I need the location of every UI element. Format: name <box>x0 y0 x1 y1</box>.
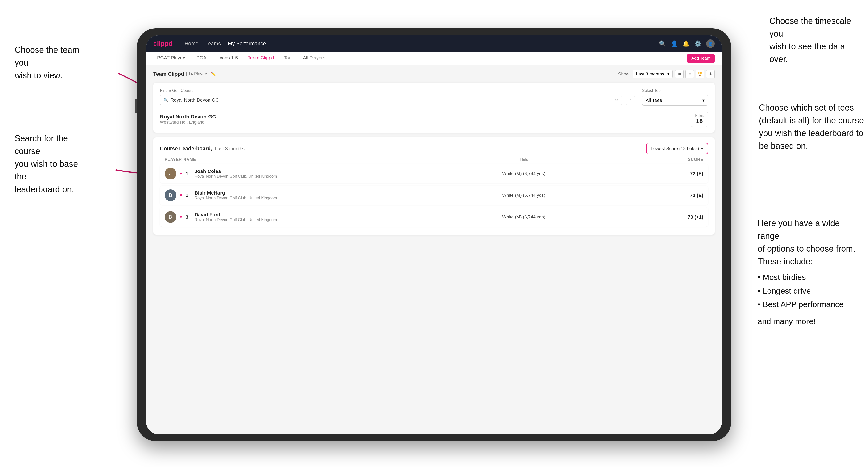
leaderboard-title: Course Leaderboard, Last 3 months <box>160 146 245 152</box>
select-tee-label: Select Tee <box>642 88 708 93</box>
course-search-card: Find a Golf Course 🔍 Royal North Devon G… <box>153 83 715 132</box>
player-tee: White (M) (6,744 yds) <box>434 214 614 220</box>
heart-icon[interactable]: ♥ <box>180 215 182 220</box>
annotation-search-course: Search for the course you wish to base t… <box>14 132 90 196</box>
course-result: Royal North Devon GC Westward Ho!, Engla… <box>160 107 708 127</box>
player-tee: White (M) (6,744 yds) <box>434 171 614 176</box>
trophy-view-button[interactable]: 🏆 <box>696 70 704 78</box>
course-info: Royal North Devon GC Westward Ho!, Engla… <box>160 114 216 125</box>
col-header-player: PLAYER NAME <box>165 157 434 162</box>
people-icon[interactable]: 👤 <box>671 40 678 47</box>
edit-team-icon[interactable]: ✏️ <box>211 71 216 76</box>
avatar: D <box>165 211 177 223</box>
player-info: B ♥ 1 Blair McHarg Royal North Devon Gol… <box>165 189 434 201</box>
rank-number: 1 <box>186 193 191 198</box>
table-row: B ♥ 1 Blair McHarg Royal North Devon Gol… <box>160 186 708 205</box>
search-icon[interactable]: 🔍 <box>659 40 666 47</box>
grid-view-button[interactable]: ⊞ <box>675 70 684 78</box>
annotation-choose-team: Choose the team you wish to view. <box>14 44 90 82</box>
player-info: J ♥ 1 Josh Coles Royal North Devon Golf … <box>165 168 434 180</box>
holes-box: Holes 18 <box>691 112 708 127</box>
col-header-tee: TEE <box>434 157 614 162</box>
team-title: Team Clippd <box>153 71 184 77</box>
star-icon: ☆ <box>628 98 632 102</box>
player-club: Royal North Devon Golf Club, United King… <box>195 217 277 222</box>
search-clear-icon[interactable]: ✕ <box>615 98 618 103</box>
player-name: Josh Coles <box>195 168 277 174</box>
tab-pgat-players[interactable]: PGAT Players <box>153 53 190 63</box>
tab-pga[interactable]: PGA <box>193 53 210 63</box>
player-score: 73 (+1) <box>614 214 703 220</box>
chevron-down-icon: ▾ <box>701 146 703 151</box>
holes-number: 18 <box>695 118 704 125</box>
annotation-tees: Choose which set of tees (default is all… <box>759 101 864 152</box>
leaderboard-card: Course Leaderboard, Last 3 months Lowest… <box>153 137 715 235</box>
tab-all-players[interactable]: All Players <box>299 53 329 63</box>
options-list: Most birdies Longest drive Best APP perf… <box>757 272 864 310</box>
nav-bar: clippd Home Teams My Performance 🔍 👤 🔔 ⚙… <box>146 35 722 52</box>
nav-link-my-performance[interactable]: My Performance <box>228 40 266 47</box>
tab-bar: PGAT Players PGA Hcaps 1-5 Team Clippd T… <box>146 52 722 65</box>
nav-link-teams[interactable]: Teams <box>206 40 221 47</box>
tablet-frame: clippd Home Teams My Performance 🔍 👤 🔔 ⚙… <box>137 28 731 441</box>
tablet-screen: clippd Home Teams My Performance 🔍 👤 🔔 ⚙… <box>146 35 722 434</box>
view-icons: ⊞ ≡ 🏆 ⬇ <box>675 70 715 78</box>
player-tee: White (M) (6,744 yds) <box>434 193 614 198</box>
table-row: J ♥ 1 Josh Coles Royal North Devon Golf … <box>160 164 708 183</box>
find-course-label: Find a Golf Course <box>160 88 635 93</box>
bell-icon[interactable]: 🔔 <box>683 40 690 47</box>
heart-icon[interactable]: ♥ <box>180 193 182 198</box>
add-team-button[interactable]: Add Team <box>687 54 715 63</box>
tee-dropdown[interactable]: All Tees ▾ <box>642 95 708 106</box>
team-header: Team Clippd | 14 Players ✏️ Show: Last 3… <box>153 69 715 78</box>
rank-number: 1 <box>186 171 191 177</box>
tab-tour[interactable]: Tour <box>280 53 297 63</box>
tab-team-clippd[interactable]: Team Clippd <box>244 53 278 63</box>
player-name: Blair McHarg <box>195 190 277 196</box>
avatar: B <box>165 189 177 201</box>
holes-label: Holes <box>695 114 704 118</box>
nav-right: 🔍 👤 🔔 ⚙️ 👤 <box>659 39 715 48</box>
player-score: 72 (E) <box>614 171 703 177</box>
show-dropdown[interactable]: Last 3 months ▾ <box>633 69 673 78</box>
player-info: D ♥ 3 David Ford Royal North Devon Golf … <box>165 211 434 223</box>
tab-hcaps[interactable]: Hcaps 1-5 <box>213 53 242 63</box>
list-view-button[interactable]: ≡ <box>685 70 694 78</box>
chevron-down-icon: ▾ <box>702 97 705 103</box>
course-location: Westward Ho!, England <box>160 120 216 125</box>
search-row: 🔍 Royal North Devon GC ✕ ☆ <box>160 95 635 105</box>
heart-icon[interactable]: ♥ <box>180 171 182 176</box>
download-button[interactable]: ⬇ <box>706 70 715 78</box>
player-score: 72 (E) <box>614 192 703 198</box>
player-club: Royal North Devon Golf Club, United King… <box>195 174 277 179</box>
rank-number: 3 <box>186 214 191 220</box>
team-subtitle: | 14 Players <box>186 71 208 76</box>
settings-icon[interactable]: ⚙️ <box>694 40 702 47</box>
table-row: D ♥ 3 David Ford Royal North Devon Golf … <box>160 207 708 227</box>
player-name: David Ford <box>195 212 277 217</box>
search-glass-icon: 🔍 <box>163 98 168 102</box>
avatar: J <box>165 168 177 180</box>
score-dropdown[interactable]: Lowest Score (18 holes) ▾ <box>646 143 708 154</box>
leaderboard-header: Course Leaderboard, Last 3 months Lowest… <box>160 143 708 154</box>
profile-avatar[interactable]: 👤 <box>706 39 715 48</box>
star-button[interactable]: ☆ <box>625 96 635 105</box>
main-content: Team Clippd | 14 Players ✏️ Show: Last 3… <box>146 65 722 244</box>
annotation-options: Here you have a wide range of options to… <box>757 217 864 327</box>
annotation-timescale: Choose the timescale you wish to see the… <box>769 14 864 66</box>
course-search-box[interactable]: 🔍 Royal North Devon GC ✕ <box>160 95 622 105</box>
show-controls: Show: Last 3 months ▾ ⊞ ≡ 🏆 ⬇ <box>618 69 715 78</box>
table-header: PLAYER NAME TEE SCORE <box>160 157 708 162</box>
show-label: Show: <box>618 71 631 76</box>
nav-link-home[interactable]: Home <box>184 40 198 47</box>
course-search-input[interactable]: Royal North Devon GC <box>170 97 612 103</box>
course-name: Royal North Devon GC <box>160 114 216 120</box>
col-header-score: SCORE <box>614 157 703 162</box>
logo: clippd <box>153 40 173 48</box>
player-club: Royal North Devon Golf Club, United King… <box>195 196 277 200</box>
tee-section: Select Tee All Tees ▾ <box>642 88 708 106</box>
